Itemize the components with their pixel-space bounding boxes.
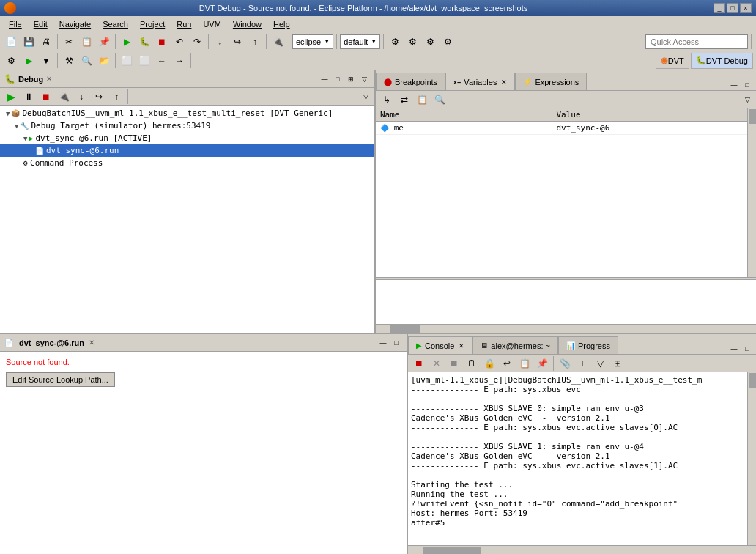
default-dropdown[interactable]: default ▼: [340, 34, 380, 49]
console-word-wrap[interactable]: ↩: [499, 355, 515, 372]
debug-panel-minimize[interactable]: —: [319, 74, 330, 84]
tree-item-root[interactable]: ▼ 📦 DebugBatchIUS__uvm_ml-1.1_xbus_e__te…: [0, 107, 374, 119]
vars-tb-3[interactable]: 📋: [414, 92, 430, 108]
console-paste[interactable]: 📌: [534, 355, 550, 372]
tb-btn-extra3[interactable]: ⚙: [422, 34, 438, 50]
tb-save-btn[interactable]: 💾: [21, 34, 37, 50]
tb-copy-btn[interactable]: 📋: [78, 34, 94, 50]
tab-progress[interactable]: 📊 Progress: [558, 336, 618, 354]
disconnect-btn[interactable]: 🔌: [56, 89, 72, 105]
close-button[interactable]: ×: [740, 3, 752, 13]
console-clear[interactable]: 🗒: [464, 355, 480, 372]
vars-tb-2[interactable]: ⇄: [396, 92, 412, 108]
tb-btn-extra2[interactable]: ⚙: [404, 34, 420, 50]
tb-step-return[interactable]: ↑: [247, 34, 263, 50]
suspend-btn[interactable]: ⏸: [21, 89, 37, 105]
tb-paste-btn[interactable]: 📌: [96, 34, 112, 50]
console-menu[interactable]: ▽: [592, 355, 608, 372]
tb-step-over[interactable]: ↪: [229, 34, 245, 50]
resume-btn[interactable]: ▶: [3, 89, 19, 105]
console-copy[interactable]: 📋: [516, 355, 533, 372]
tb-connect[interactable]: 🔌: [270, 34, 286, 50]
tb2-run-dd[interactable]: ▼: [38, 53, 54, 69]
tree-item-2[interactable]: ▼ ▶ dvt_sync-@6.run [ACTIVE]: [0, 132, 374, 144]
vars-hscrollbar[interactable]: [376, 324, 756, 333]
tab-terminal[interactable]: 🖥 alex@hermes: ~: [472, 336, 558, 354]
console-hscrollbar[interactable]: [408, 545, 756, 554]
tb-cut-btn[interactable]: ✂: [61, 34, 77, 50]
source-minimize[interactable]: —: [377, 338, 389, 348]
tb-stop-btn[interactable]: ⏹: [154, 34, 170, 50]
maximize-button[interactable]: □: [727, 3, 738, 13]
quick-access-input[interactable]: [645, 34, 748, 49]
debug-panel-expand[interactable]: □: [332, 74, 344, 84]
dvt-debug-btn[interactable]: 🐛 DVT Debug: [691, 53, 753, 69]
debug-panel-maximize[interactable]: ⊞: [345, 74, 357, 84]
menu-file[interactable]: File: [3, 18, 28, 30]
tree-item-4[interactable]: ⚙ Command Process: [0, 157, 374, 169]
tb2-btn3[interactable]: 🔍: [78, 53, 94, 69]
tree-item-1[interactable]: ▼ 🔧 Debug Target (simulator) hermes:5341…: [0, 119, 374, 132]
console-maximize[interactable]: □: [741, 344, 753, 354]
tb-debug-btn[interactable]: 🐛: [136, 34, 152, 50]
tb2-btn1[interactable]: ⚙: [3, 53, 19, 69]
tb2-btn2[interactable]: ⚒: [61, 53, 77, 69]
vars-scrollbar[interactable]: [747, 108, 756, 277]
tb2-btn7[interactable]: ←: [154, 53, 170, 69]
menu-search[interactable]: Search: [97, 18, 134, 30]
tb2-btn6[interactable]: ⬜: [136, 53, 152, 69]
tb-print-btn[interactable]: 🖨: [38, 34, 54, 50]
tb-step-into[interactable]: ↓: [212, 34, 228, 50]
console-terminate[interactable]: ⏹: [411, 355, 427, 372]
tab-variables-close[interactable]: ✕: [501, 78, 507, 86]
edit-source-button[interactable]: Edit Source Lookup Path...: [6, 372, 115, 387]
tb-run-btn[interactable]: ▶: [119, 34, 135, 50]
step-into-btn[interactable]: ↓: [73, 89, 89, 105]
eclipse-dropdown[interactable]: eclipse ▼: [292, 34, 333, 49]
vars-tb-menu[interactable]: ▽: [741, 95, 753, 105]
tab-variables[interactable]: x= Variables ✕: [445, 73, 515, 90]
menu-run[interactable]: Run: [171, 18, 197, 30]
vars-tb-1[interactable]: ↳: [379, 92, 395, 108]
tab-console[interactable]: ▶ Console ✕: [408, 336, 472, 354]
vars-maximize[interactable]: □: [741, 80, 753, 90]
tab-console-close[interactable]: ✕: [459, 342, 464, 350]
console-expand[interactable]: ⊞: [609, 355, 626, 372]
vars-minimize[interactable]: —: [728, 80, 740, 90]
console-new[interactable]: +: [574, 355, 590, 372]
tb-new-btn[interactable]: 📄: [3, 34, 19, 50]
tb-btn-extra1[interactable]: ⚙: [387, 34, 403, 50]
console-pin[interactable]: 📎: [557, 355, 573, 372]
menu-window[interactable]: Window: [227, 18, 267, 30]
console-remove[interactable]: ✕: [429, 355, 445, 372]
tb-btn-extra4[interactable]: ⚙: [440, 34, 456, 50]
console-vscrollbar[interactable]: [747, 372, 756, 545]
table-row[interactable]: 🔷 me dvt_sync-@6: [376, 122, 756, 135]
console-stop[interactable]: ⏹: [446, 355, 462, 372]
debug-panel-viewmenu[interactable]: ▽: [358, 74, 370, 84]
minimize-button[interactable]: _: [714, 3, 725, 13]
step-over-btn[interactable]: ↪: [91, 89, 107, 105]
step-return-btn[interactable]: ↑: [108, 89, 125, 105]
tb2-btn4[interactable]: 📂: [96, 53, 112, 69]
menu-project[interactable]: Project: [134, 18, 171, 30]
tree-item-3[interactable]: 📄 dvt_sync-@6.run: [0, 144, 374, 157]
terminate-btn[interactable]: ⏹: [38, 89, 54, 105]
console-minimize[interactable]: —: [728, 344, 740, 354]
debug-tb-menu[interactable]: ▽: [360, 92, 371, 102]
vars-tb-4[interactable]: 🔍: [431, 92, 448, 108]
tab-breakpoints[interactable]: ⬤ Breakpoints: [376, 73, 445, 90]
tb2-btn8[interactable]: →: [171, 53, 188, 69]
tab-expressions[interactable]: ⚡ Expressions: [515, 73, 587, 90]
tb-next-btn[interactable]: ↷: [189, 34, 205, 50]
menu-help[interactable]: Help: [267, 18, 296, 30]
console-scroll-lock[interactable]: 🔒: [481, 355, 497, 372]
menu-edit[interactable]: Edit: [28, 18, 53, 30]
menu-uvm[interactable]: UVM: [197, 18, 226, 30]
tb2-run[interactable]: ▶: [21, 53, 37, 69]
dvt-btn[interactable]: ◉ DVT: [656, 53, 689, 69]
source-maximize[interactable]: □: [390, 338, 402, 348]
tb-prev-btn[interactable]: ↶: [171, 34, 188, 50]
tb2-btn5[interactable]: ⬜: [119, 53, 135, 69]
menu-navigate[interactable]: Navigate: [53, 18, 97, 30]
